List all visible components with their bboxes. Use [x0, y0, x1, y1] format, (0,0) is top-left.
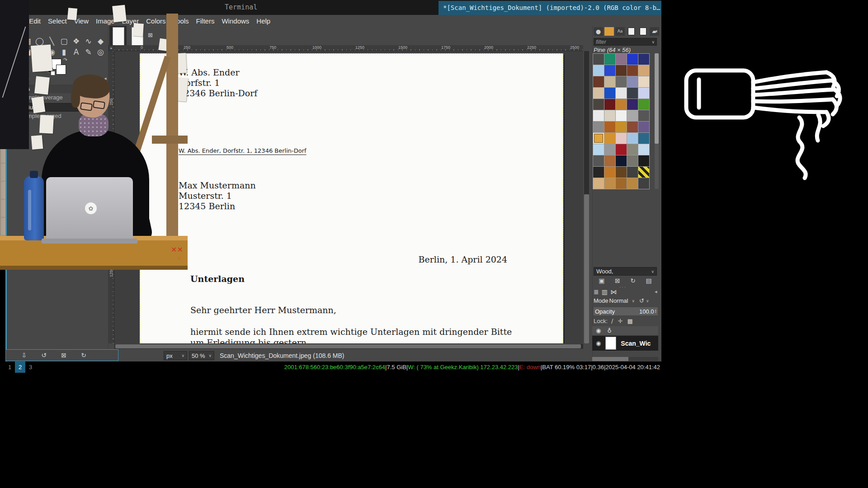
layer-thumbnail[interactable] — [605, 337, 616, 350]
menu-colors[interactable]: Colors — [142, 17, 169, 25]
workspace-1[interactable]: 1 — [5, 361, 15, 373]
pattern-swatch[interactable] — [616, 122, 627, 132]
layer-row[interactable]: ◉ Scan_Wic — [592, 336, 658, 351]
pattern-swatch[interactable] — [616, 88, 627, 99]
pattern-swatch[interactable] — [616, 178, 627, 189]
workspace-2[interactable]: 2 — [15, 361, 25, 373]
close-tab-icon[interactable]: ⊠ — [148, 32, 153, 38]
text-tool-icon[interactable]: A — [70, 47, 82, 57]
channels-tab-icon[interactable]: ▥ — [602, 288, 608, 296]
pattern-swatch[interactable] — [638, 76, 649, 87]
pattern-swatch[interactable] — [593, 155, 604, 166]
eye-icon[interactable]: ◉ — [596, 327, 601, 334]
pattern-swatch[interactable] — [627, 178, 638, 189]
document-history-tab-icon[interactable] — [628, 28, 635, 35]
pattern-swatch[interactable] — [627, 54, 638, 65]
pattern-swatch[interactable] — [604, 133, 615, 144]
menu-filters[interactable]: Filters — [193, 17, 218, 25]
fonts-tab-icon[interactable]: Aa — [615, 27, 625, 36]
pattern-scrollbar-thumb[interactable] — [655, 53, 659, 144]
link-icon[interactable]: ♁ — [607, 327, 612, 334]
background-color-swatch[interactable] — [56, 65, 66, 75]
pattern-swatch[interactable] — [604, 167, 615, 178]
pattern-swatch[interactable] — [604, 122, 615, 132]
brushes-tab-icon[interactable]: ● — [594, 27, 603, 36]
pattern-filter-input[interactable]: filter ∨ — [594, 38, 657, 46]
pattern-swatch[interactable] — [638, 110, 649, 121]
pattern-swatch[interactable] — [627, 88, 638, 99]
pattern-collection-select[interactable]: Wood, ∨ — [594, 267, 657, 276]
pattern-swatch[interactable] — [604, 54, 615, 65]
delete-pattern-icon[interactable]: ⊠ — [615, 277, 620, 284]
pattern-swatch[interactable] — [593, 110, 604, 121]
pattern-swatch[interactable] — [593, 144, 604, 155]
layer-visibility-eye-icon[interactable]: ◉ — [596, 340, 601, 347]
pattern-swatch[interactable] — [593, 88, 604, 99]
pattern-swatch[interactable] — [616, 54, 627, 65]
save-tool-preset-icon[interactable]: ⇩ — [14, 352, 34, 359]
pattern-swatch[interactable] — [593, 54, 604, 65]
pattern-swatch[interactable] — [593, 133, 604, 144]
transform-tool-icon[interactable]: ❖ — [70, 36, 82, 47]
pattern-swatch[interactable] — [638, 65, 649, 76]
pattern-swatch[interactable] — [604, 155, 615, 166]
pattern-swatch[interactable] — [604, 76, 615, 87]
pattern-swatch[interactable] — [638, 167, 649, 178]
pattern-swatch[interactable] — [638, 54, 649, 65]
image-tab-thumbnail[interactable] — [113, 27, 124, 46]
zoom-tool-icon[interactable]: ◎ — [94, 47, 107, 57]
menu-windows[interactable]: Windows — [218, 17, 253, 25]
collapse-dock-icon[interactable]: ◂ — [655, 28, 657, 34]
pattern-swatch[interactable] — [616, 167, 627, 178]
vertical-scrollbar-thumb[interactable] — [584, 194, 589, 343]
layers-hscrollbar-thumb[interactable] — [592, 357, 628, 361]
pattern-swatch[interactable] — [604, 178, 615, 189]
collapse-dock-icon[interactable]: ◂ — [655, 289, 657, 295]
pattern-swatch[interactable] — [638, 88, 649, 99]
pattern-swatch[interactable] — [638, 99, 649, 110]
pattern-swatch[interactable] — [638, 155, 649, 166]
pattern-swatch[interactable] — [593, 178, 604, 189]
dock-drag-handle[interactable]: ··· — [619, 285, 627, 290]
pattern-swatch[interactable] — [627, 110, 638, 121]
pattern-swatch[interactable] — [638, 122, 649, 132]
airbrush-tool-icon[interactable]: ▮ — [58, 47, 70, 57]
mode-value[interactable]: Normal — [609, 297, 628, 304]
refresh-patterns-icon[interactable]: ↻ — [630, 277, 636, 284]
pattern-swatch[interactable] — [616, 76, 627, 87]
menu-help[interactable]: Help — [253, 17, 274, 25]
reset-tool-icon[interactable]: ↻ — [74, 352, 94, 359]
pattern-swatch[interactable] — [593, 122, 604, 132]
lock-alpha-icon[interactable]: ▩ — [627, 318, 632, 324]
pattern-swatch[interactable] — [627, 99, 638, 110]
zoom-select[interactable]: 50 % ∨ — [189, 351, 214, 360]
pattern-swatch[interactable] — [593, 99, 604, 110]
pattern-swatch[interactable] — [593, 76, 604, 87]
restore-tool-preset-icon[interactable]: ↺ — [34, 352, 54, 359]
pattern-swatch[interactable] — [627, 65, 638, 76]
pattern-swatch[interactable] — [604, 65, 615, 76]
pattern-swatch[interactable] — [627, 155, 638, 166]
pattern-swatch[interactable] — [616, 99, 627, 110]
pattern-swatch[interactable] — [627, 133, 638, 144]
pattern-swatch[interactable] — [627, 122, 638, 132]
pattern-swatch[interactable] — [616, 155, 627, 166]
duplicate-pattern-icon[interactable]: ▣ — [599, 277, 604, 284]
ruler-corner-button[interactable]: ▸ — [108, 45, 114, 51]
pattern-swatch[interactable] — [616, 65, 627, 76]
pattern-swatch[interactable] — [604, 88, 615, 99]
patterns-tab-icon[interactable] — [604, 27, 614, 36]
crop-tool-icon[interactable]: ▢ — [58, 36, 70, 47]
pattern-swatch[interactable] — [604, 99, 615, 110]
pattern-swatch[interactable] — [616, 133, 627, 144]
pattern-swatch[interactable] — [593, 65, 604, 76]
images-tab-icon[interactable] — [640, 28, 646, 35]
active-window-title[interactable]: *[Scan_Wichtiges_Dokument] (imported)-2.… — [439, 1, 661, 15]
chevron-down-icon[interactable]: ∨ — [632, 299, 635, 303]
horizontal-scrollbar-thumb[interactable] — [115, 344, 581, 348]
paths-tab-icon[interactable]: ⋈ — [610, 288, 617, 296]
pattern-swatch[interactable] — [593, 167, 604, 178]
pattern-swatch[interactable] — [638, 133, 649, 144]
pattern-swatch[interactable] — [616, 144, 627, 155]
lock-position-icon[interactable]: ✛ — [618, 318, 623, 324]
